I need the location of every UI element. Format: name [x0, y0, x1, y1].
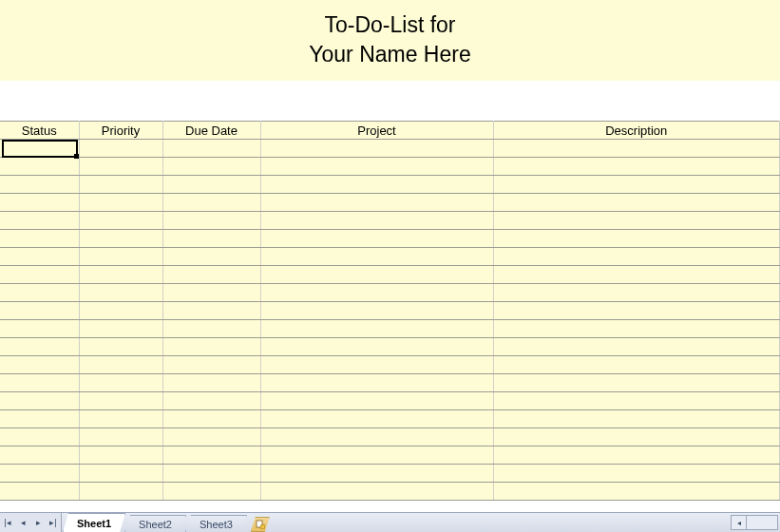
- cell-description[interactable]: [493, 302, 780, 320]
- tab-sheet2[interactable]: Sheet2: [124, 515, 186, 532]
- cell-priority[interactable]: [79, 428, 162, 446]
- cell-project[interactable]: [260, 302, 493, 320]
- nav-prev-button[interactable]: ◂: [15, 513, 30, 532]
- cell-description[interactable]: [493, 212, 780, 230]
- cell-status[interactable]: [0, 248, 79, 266]
- cell-priority[interactable]: [79, 302, 162, 320]
- cell-priority[interactable]: [79, 465, 162, 483]
- cell-priority[interactable]: [79, 410, 162, 428]
- cell-project[interactable]: [260, 248, 493, 266]
- cell-priority[interactable]: [79, 140, 162, 158]
- cell-description[interactable]: [493, 483, 780, 501]
- cell-status[interactable]: [0, 158, 79, 176]
- cell-priority[interactable]: [79, 392, 162, 410]
- scroll-left-button[interactable]: ◂: [732, 516, 747, 529]
- nav-last-button[interactable]: ▸|: [46, 513, 61, 532]
- cell-status[interactable]: [0, 230, 79, 248]
- cell-description[interactable]: [493, 284, 780, 302]
- cell-status[interactable]: [0, 428, 79, 446]
- cell-description[interactable]: [493, 338, 780, 356]
- cell-project[interactable]: [260, 465, 493, 483]
- cell-dueDate[interactable]: [162, 338, 260, 356]
- cell-dueDate[interactable]: [162, 428, 260, 446]
- horizontal-scrollbar[interactable]: ◂: [731, 515, 778, 530]
- cell-dueDate[interactable]: [162, 230, 260, 248]
- cell-project[interactable]: [260, 338, 493, 356]
- insert-sheet-button[interactable]: [251, 517, 270, 532]
- cell-description[interactable]: [493, 446, 780, 465]
- cell-description[interactable]: [493, 140, 780, 158]
- cell-project[interactable]: [260, 158, 493, 176]
- cell-description[interactable]: [493, 428, 780, 446]
- cell-dueDate[interactable]: [162, 392, 260, 410]
- cell-project[interactable]: [260, 483, 493, 501]
- cell-status[interactable]: [0, 320, 79, 338]
- cell-description[interactable]: [493, 230, 780, 248]
- cell-status[interactable]: [0, 338, 79, 356]
- cell-dueDate[interactable]: [162, 158, 260, 176]
- cell-project[interactable]: [260, 320, 493, 338]
- cell-status[interactable]: [0, 212, 79, 230]
- cell-status[interactable]: [0, 194, 79, 212]
- cell-dueDate[interactable]: [162, 248, 260, 266]
- cell-status[interactable]: [0, 284, 79, 302]
- cell-priority[interactable]: [79, 284, 162, 302]
- cell-project[interactable]: [260, 194, 493, 212]
- cell-description[interactable]: [493, 356, 780, 374]
- cell-project[interactable]: [260, 428, 493, 446]
- cell-project[interactable]: [260, 212, 493, 230]
- cell-priority[interactable]: [79, 320, 162, 338]
- cell-dueDate[interactable]: [162, 302, 260, 320]
- cell-description[interactable]: [493, 248, 780, 266]
- cell-status[interactable]: [0, 176, 79, 194]
- cell-priority[interactable]: [79, 230, 162, 248]
- cell-status[interactable]: [0, 266, 79, 284]
- cell-dueDate[interactable]: [162, 465, 260, 483]
- cell-project[interactable]: [260, 446, 493, 465]
- cell-priority[interactable]: [79, 374, 162, 392]
- cell-dueDate[interactable]: [162, 410, 260, 428]
- col-header-project[interactable]: Project: [260, 122, 493, 140]
- cell-description[interactable]: [493, 374, 780, 392]
- cell-description[interactable]: [493, 392, 780, 410]
- cell-status[interactable]: [0, 374, 79, 392]
- cell-priority[interactable]: [79, 266, 162, 284]
- cell-priority[interactable]: [79, 483, 162, 501]
- cell-dueDate[interactable]: [162, 483, 260, 501]
- cell-description[interactable]: [493, 176, 780, 194]
- cell-project[interactable]: [260, 284, 493, 302]
- cell-description[interactable]: [493, 158, 780, 176]
- nav-next-button[interactable]: ▸: [30, 513, 46, 532]
- cell-dueDate[interactable]: [162, 284, 260, 302]
- cell-status[interactable]: [0, 140, 79, 158]
- cell-description[interactable]: [493, 410, 780, 428]
- cell-project[interactable]: [260, 176, 493, 194]
- cell-dueDate[interactable]: [162, 194, 260, 212]
- cell-project[interactable]: [260, 140, 493, 158]
- cell-dueDate[interactable]: [162, 374, 260, 392]
- cell-dueDate[interactable]: [162, 176, 260, 194]
- cell-dueDate[interactable]: [162, 266, 260, 284]
- cell-status[interactable]: [0, 465, 79, 483]
- cell-priority[interactable]: [79, 446, 162, 465]
- cell-status[interactable]: [0, 392, 79, 410]
- todo-grid[interactable]: Status Priority Due Date Project Descrip…: [0, 121, 780, 501]
- tab-sheet1[interactable]: Sheet1: [63, 513, 125, 532]
- cell-status[interactable]: [0, 446, 79, 465]
- cell-priority[interactable]: [79, 194, 162, 212]
- cell-project[interactable]: [260, 356, 493, 374]
- col-header-description[interactable]: Description: [493, 122, 780, 140]
- col-header-priority[interactable]: Priority: [79, 122, 162, 140]
- cell-project[interactable]: [260, 392, 493, 410]
- cell-dueDate[interactable]: [162, 446, 260, 465]
- cell-project[interactable]: [260, 266, 493, 284]
- tab-sheet3[interactable]: Sheet3: [185, 515, 247, 532]
- cell-project[interactable]: [260, 374, 493, 392]
- cell-description[interactable]: [493, 266, 780, 284]
- col-header-duedate[interactable]: Due Date: [162, 122, 260, 140]
- cell-description[interactable]: [493, 465, 780, 483]
- cell-description[interactable]: [493, 194, 780, 212]
- cell-priority[interactable]: [79, 338, 162, 356]
- cell-description[interactable]: [493, 320, 780, 338]
- cell-dueDate[interactable]: [162, 140, 260, 158]
